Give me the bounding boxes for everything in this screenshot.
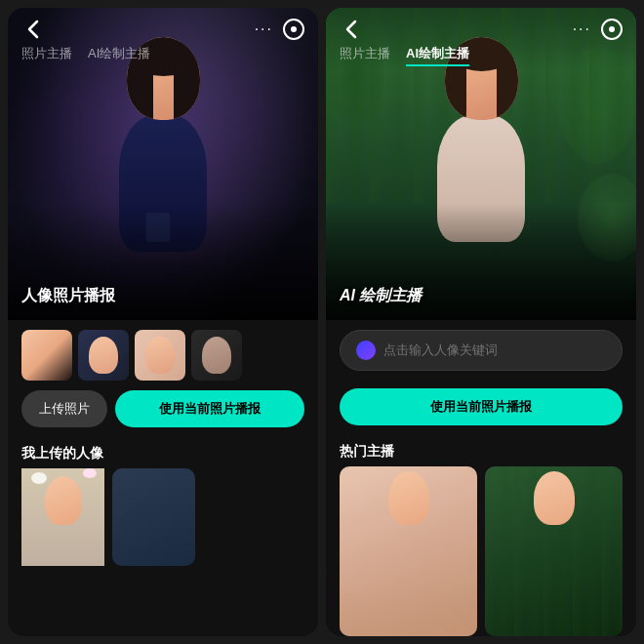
left-thumb-3[interactable] [135, 330, 185, 381]
right-back-button[interactable] [340, 18, 363, 41]
right-top-icons: ··· [573, 19, 623, 40]
right-hero-title: AI 绘制主播 [340, 286, 422, 306]
left-more-icon[interactable]: ··· [255, 20, 273, 38]
left-hero-title: 人像照片播报 [21, 286, 115, 306]
left-tab-ai[interactable]: AI绘制主播 [88, 45, 150, 64]
right-search-placeholder: 点击输入人像关键词 [383, 342, 498, 359]
right-hot-thumb-1[interactable] [340, 466, 477, 636]
left-tab-photo[interactable]: 照片主播 [21, 45, 72, 64]
left-thumb-4[interactable] [191, 330, 242, 381]
left-back-button[interactable] [21, 18, 45, 41]
left-phone-panel: ··· 照片主播 AI绘制主播 人像照片播报 [8, 8, 318, 636]
right-tab-ai[interactable]: AI绘制主播 [406, 45, 469, 66]
left-top-bar: ··· [8, 8, 318, 47]
right-hot-thumbs [326, 466, 636, 636]
left-bottom-thumb-2[interactable] [112, 468, 195, 566]
left-thumb-2[interactable] [78, 330, 129, 381]
left-target-icon[interactable] [283, 19, 304, 40]
left-bottom-thumbs [8, 468, 318, 636]
left-top-icons: ··· [255, 19, 304, 40]
right-more-icon[interactable]: ··· [573, 20, 591, 38]
right-btn-row: 使用当前照片播报 [326, 379, 636, 435]
left-use-current-button[interactable]: 使用当前照片播报 [115, 390, 304, 427]
left-section-title: 我上传的人像 [8, 437, 318, 468]
right-section-title: 热门主播 [326, 435, 636, 466]
right-search-box[interactable]: 点击输入人像关键词 [340, 330, 623, 371]
left-thumb-row [8, 330, 318, 381]
right-phone-panel: ··· 照片主播 AI绘制主播 AI 绘制主播 点击输入人像关键词 [326, 8, 636, 636]
left-bottom-thumb-1[interactable] [21, 468, 104, 566]
right-search-icon [356, 341, 376, 360]
left-btn-row: 上传照片 使用当前照片播报 [8, 381, 318, 437]
right-tab-photo[interactable]: 照片主播 [340, 45, 390, 66]
left-thumb-1[interactable] [21, 330, 72, 381]
right-top-bar: ··· [326, 8, 636, 47]
right-target-icon[interactable] [601, 19, 623, 40]
right-hot-thumb-2[interactable] [485, 466, 623, 636]
right-use-current-button[interactable]: 使用当前照片播报 [340, 388, 623, 425]
left-upload-button[interactable]: 上传照片 [21, 390, 107, 427]
